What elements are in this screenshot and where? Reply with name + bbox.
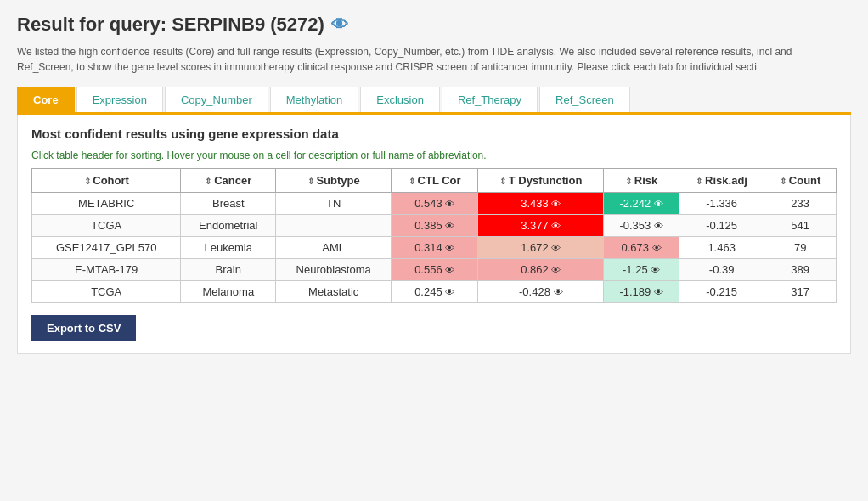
sort-icon-count: ⇕	[780, 177, 789, 186]
cell-count: 317	[764, 281, 837, 303]
cell-risk: 0.673 👁	[604, 237, 679, 259]
cell-risk-adj: 1.463	[679, 237, 764, 259]
cell-risk: -1.189 👁	[604, 281, 679, 303]
page-title: Result for query: SERPINB9 (5272) 👁	[17, 14, 851, 36]
tab-bar: Core Expression Copy_Number Methylation …	[17, 87, 851, 115]
sort-icon-cohort: ⇕	[84, 177, 93, 186]
cell-t-dysfunction: 1.672 👁	[478, 237, 604, 259]
cell-t-dysfunction: -0.428 👁	[478, 281, 604, 303]
cell-subtype: Metastatic	[276, 281, 392, 303]
section-title: Most confident results using gene expres…	[31, 127, 837, 141]
cell-ctl-cor: 0.543 👁	[392, 193, 478, 215]
table-row: METABRIC Breast TN 0.543 👁 3.433 👁 -2.24…	[32, 193, 837, 215]
cell-cancer: Breast	[181, 193, 276, 215]
tab-ref-screen[interactable]: Ref_Screen	[539, 87, 630, 112]
table-row: GSE12417_GPL570 Leukemia AML 0.314 👁 1.6…	[32, 237, 837, 259]
eye-icon[interactable]: 👁	[331, 15, 348, 35]
table-header-row: ⇕ Cohort ⇕ Cancer ⇕ Subtype ⇕ CTL Cor ⇕ …	[32, 169, 837, 193]
cell-cancer: Melanoma	[181, 281, 276, 303]
cell-cohort: E-MTAB-179	[32, 259, 181, 281]
cell-ctl-cor: 0.314 👁	[392, 237, 478, 259]
instruction-text: Click table header for sorting. Hover yo…	[31, 149, 837, 161]
cell-risk: -2.242 👁	[604, 193, 679, 215]
cell-cancer: Endometrial	[181, 215, 276, 237]
cell-t-dysfunction: 3.433 👁	[478, 193, 604, 215]
cell-subtype: AML	[276, 237, 392, 259]
tab-expression[interactable]: Expression	[76, 87, 163, 112]
cell-risk: -1.25 👁	[604, 259, 679, 281]
sort-icon-subtype: ⇕	[307, 177, 317, 186]
sort-icon-ctl: ⇕	[409, 177, 418, 186]
cell-count: 233	[764, 193, 837, 215]
cell-cancer: Brain	[181, 259, 276, 281]
cell-cohort: TCGA	[32, 281, 181, 303]
col-cancer[interactable]: ⇕ Cancer	[181, 169, 276, 193]
export-csv-button[interactable]: Export to CSV	[31, 315, 136, 341]
cell-risk-adj: -0.125	[679, 215, 764, 237]
sort-icon-risk: ⇕	[625, 177, 634, 186]
cell-risk: -0.353 👁	[604, 215, 679, 237]
cell-cohort: GSE12417_GPL570	[32, 237, 181, 259]
cell-count: 541	[764, 215, 837, 237]
sort-icon-riskadj: ⇕	[696, 177, 705, 186]
results-table: ⇕ Cohort ⇕ Cancer ⇕ Subtype ⇕ CTL Cor ⇕ …	[31, 168, 837, 303]
cell-t-dysfunction: 0.862 👁	[478, 259, 604, 281]
cell-risk-adj: -1.336	[679, 193, 764, 215]
cell-ctl-cor: 0.245 👁	[392, 281, 478, 303]
cell-risk-adj: -0.215	[679, 281, 764, 303]
cell-ctl-cor: 0.556 👁	[392, 259, 478, 281]
col-t-dysfunction[interactable]: ⇕ T Dysfunction	[478, 169, 604, 193]
cell-cohort: METABRIC	[32, 193, 181, 215]
col-count[interactable]: ⇕ Count	[764, 169, 837, 193]
tab-copy-number[interactable]: Copy_Number	[165, 87, 268, 112]
table-row: TCGA Melanoma Metastatic 0.245 👁 -0.428 …	[32, 281, 837, 303]
col-cohort[interactable]: ⇕ Cohort	[32, 169, 181, 193]
cell-t-dysfunction: 3.377 👁	[478, 215, 604, 237]
cell-subtype	[276, 215, 392, 237]
description: We listed the high confidence results (C…	[17, 44, 851, 75]
cell-count: 79	[764, 237, 837, 259]
tab-exclusion[interactable]: Exclusion	[360, 87, 440, 112]
cell-cohort: TCGA	[32, 215, 181, 237]
table-row: E-MTAB-179 Brain Neuroblastoma 0.556 👁 0…	[32, 259, 837, 281]
cell-count: 389	[764, 259, 837, 281]
tab-core[interactable]: Core	[17, 87, 75, 112]
sort-icon-cancer: ⇕	[205, 177, 214, 186]
content-area: Most confident results using gene expres…	[17, 115, 851, 354]
sort-icon-tdys: ⇕	[499, 177, 509, 186]
cell-subtype: Neuroblastoma	[276, 259, 392, 281]
tab-ref-therapy[interactable]: Ref_Therapy	[442, 87, 538, 112]
col-risk[interactable]: ⇕ Risk	[604, 169, 679, 193]
cell-cancer: Leukemia	[181, 237, 276, 259]
col-subtype[interactable]: ⇕ Subtype	[276, 169, 392, 193]
table-row: TCGA Endometrial 0.385 👁 3.377 👁 -0.353 …	[32, 215, 837, 237]
cell-risk-adj: -0.39	[679, 259, 764, 281]
tab-methylation[interactable]: Methylation	[270, 87, 358, 112]
col-risk-adj[interactable]: ⇕ Risk.adj	[679, 169, 764, 193]
col-ctl-cor[interactable]: ⇕ CTL Cor	[392, 169, 478, 193]
cell-ctl-cor: 0.385 👁	[392, 215, 478, 237]
cell-subtype: TN	[276, 193, 392, 215]
